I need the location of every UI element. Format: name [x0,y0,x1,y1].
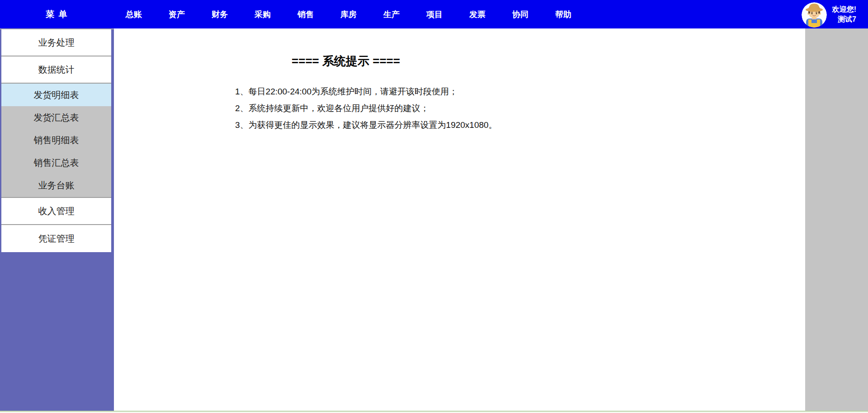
sidebar-item-sales-detail-report[interactable]: 销售明细表 [1,129,111,151]
bottom-edge-strip [0,411,868,413]
sidebar-menu: 业务处理 数据统计 发货明细表 发货汇总表 销售明细表 销售汇总表 业务台账 收… [0,28,114,411]
sidebar-item-shipment-summary-report[interactable]: 发货汇总表 [1,106,111,129]
nav-item-procurement[interactable]: 采购 [255,9,271,20]
right-filler-panel [805,28,868,411]
sidebar-item-data-statistics[interactable]: 数据统计 [1,56,111,83]
welcome-greeting: 欢迎您! [832,5,856,14]
notice-item-updates: 2、系统持续更新中，欢迎各位用户提供好的建议； [235,100,578,117]
notice-item-maintenance: 1、每日22:00-24:00为系统维护时间，请避开该时段使用； [235,83,578,100]
notice-item-resolution: 3、为获得更佳的显示效果，建议将显示器分辨率设置为1920x1080。 [235,117,578,133]
farmer-avatar-icon[interactable] [802,2,827,28]
sidebar-item-business-processing[interactable]: 业务处理 [1,29,111,56]
sidebar-item-sales-summary-report[interactable]: 销售汇总表 [1,151,111,174]
sidebar-item-voucher-management[interactable]: 凭证管理 [1,225,111,252]
nav-item-collaboration[interactable]: 协同 [512,9,528,20]
top-navigation-bar: 菜 单 总账 资产 财务 采购 销售 库房 生产 项目 发票 协同 帮助 [0,0,868,28]
system-notice-list: 1、每日22:00-24:00为系统维护时间，请避开该时段使用； 2、系统持续更… [235,83,578,133]
nav-item-finance[interactable]: 财务 [212,9,228,20]
menu-title: 菜 单 [0,9,114,20]
welcome-username: 测试7 [832,14,856,24]
system-notice: ==== 系统提示 ==== 1、每日22:00-24:00为系统维护时间，请避… [114,28,578,133]
sidebar-item-income-management[interactable]: 收入管理 [1,198,111,224]
system-notice-title: ==== 系统提示 ==== [114,54,578,68]
nav-item-assets[interactable]: 资产 [169,9,185,20]
nav-item-sales[interactable]: 销售 [297,9,314,20]
nav-item-invoice[interactable]: 发票 [469,9,486,20]
top-nav: 总账 资产 财务 采购 销售 库房 生产 项目 发票 协同 帮助 [114,9,571,20]
welcome-text: 欢迎您! 测试7 [832,5,856,24]
nav-item-help[interactable]: 帮助 [555,9,571,20]
sidebar-item-business-ledger[interactable]: 业务台账 [1,174,111,197]
nav-item-project[interactable]: 项目 [426,9,443,20]
main-content: ==== 系统提示 ==== 1、每日22:00-24:00为系统维护时间，请避… [114,28,805,411]
user-area[interactable]: 欢迎您! 测试7 [802,1,868,28]
nav-item-warehouse[interactable]: 库房 [340,9,357,20]
nav-item-general-ledger[interactable]: 总账 [126,9,142,20]
nav-item-production[interactable]: 生产 [383,9,400,20]
sidebar-item-shipment-detail-report[interactable]: 发货明细表 [1,84,111,106]
